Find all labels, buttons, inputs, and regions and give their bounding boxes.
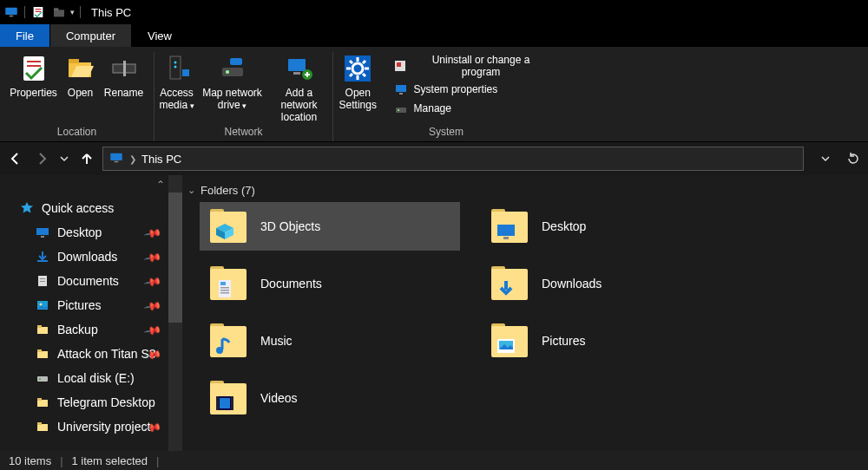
svg-rect-38: [36, 228, 49, 235]
svg-point-11: [174, 62, 176, 64]
svg-line-29: [363, 61, 365, 63]
folder-item[interactable]: Videos: [200, 374, 460, 422]
sidebar-item-label: University project: [57, 420, 150, 434]
add-network-location-button[interactable]: Add a network location: [266, 52, 333, 125]
navigation-bar: ❯ This PC: [0, 142, 868, 175]
open-button[interactable]: Open: [62, 52, 100, 101]
system-properties-button[interactable]: System properties: [386, 80, 556, 99]
quick-access-star-icon: [19, 200, 35, 216]
folder-item[interactable]: Documents: [200, 259, 460, 308]
refresh-button[interactable]: [845, 151, 861, 166]
sidebar-item[interactable]: Backup📌: [0, 317, 182, 342]
qat-dropdown-icon[interactable]: ▾: [70, 8, 75, 16]
recent-locations-button[interactable]: [59, 150, 69, 167]
pin-icon: 📌: [143, 296, 162, 314]
rename-button[interactable]: Rename: [100, 52, 148, 101]
pin-icon: 📌: [143, 271, 162, 290]
svg-point-12: [174, 66, 176, 69]
sidebar-item[interactable]: University project📌: [0, 415, 182, 439]
address-controls: [818, 151, 861, 166]
sidebar-item[interactable]: Telegram Desktop: [0, 390, 182, 415]
folders-group-label: Folders (7): [201, 184, 255, 197]
settings-gear-icon: [343, 54, 372, 83]
svg-rect-0: [5, 8, 17, 15]
folder-item[interactable]: Music: [200, 317, 460, 365]
breadcrumb-location[interactable]: This PC: [141, 153, 181, 166]
folder-item[interactable]: Pictures: [481, 317, 741, 365]
folders-group-header[interactable]: ⌄ Folders (7): [182, 180, 868, 202]
manage-label: Manage: [414, 102, 451, 114]
svg-rect-52: [37, 400, 48, 407]
uninstall-program-button[interactable]: Uninstall or change a program: [386, 52, 556, 80]
addressbar-thispc-icon: [108, 150, 124, 168]
tab-view[interactable]: View: [132, 24, 188, 47]
tab-file[interactable]: File: [0, 24, 50, 47]
sidebar-item[interactable]: Documents📌: [0, 269, 182, 293]
svg-rect-46: [37, 327, 48, 334]
folder-icon: [490, 265, 529, 302]
qat-newfolder-icon[interactable]: [51, 4, 67, 20]
properties-button[interactable]: Properties: [6, 52, 62, 101]
folder-icon: [490, 323, 529, 359]
folder-item[interactable]: 3D Objects: [200, 202, 460, 251]
svg-line-27: [363, 74, 365, 76]
svg-rect-50: [37, 376, 48, 382]
qat-properties-icon[interactable]: [30, 4, 46, 20]
document-overlay-icon: [214, 279, 236, 298]
folder-icon: [490, 208, 529, 245]
address-bar[interactable]: ❯ This PC: [102, 147, 804, 171]
svg-rect-68: [231, 396, 233, 410]
title-bar: ▾ This PC: [0, 0, 868, 24]
sidebar-item[interactable]: Attack on Titan S3📌: [0, 342, 182, 366]
drive-icon: [35, 370, 50, 386]
svg-rect-56: [497, 225, 515, 236]
ribbon-group-system: Open Settings Uninstall or change a prog…: [333, 52, 559, 141]
sidebar-item-label: Attack on Titan S3: [57, 347, 156, 361]
music-overlay-icon: [214, 336, 236, 356]
back-button[interactable]: [7, 150, 24, 167]
open-settings-button[interactable]: Open Settings: [333, 52, 383, 113]
sidebar-scroll-up-icon[interactable]: ⌃: [156, 179, 165, 191]
access-media-button[interactable]: Access media: [155, 52, 200, 113]
svg-rect-62: [220, 292, 229, 294]
access-media-label: Access media: [156, 87, 198, 111]
map-drive-label: Map network drive: [201, 87, 264, 111]
svg-rect-53: [37, 398, 42, 401]
folder-icon: [208, 265, 248, 302]
ribbon-group-system-label: System: [429, 126, 464, 141]
manage-button[interactable]: Manage: [386, 99, 556, 118]
up-button[interactable]: [78, 150, 95, 167]
titlebar-separator-2: [80, 6, 81, 18]
open-settings-label: Open Settings: [335, 87, 381, 111]
ribbon-group-location-label: Location: [57, 126, 96, 141]
svg-rect-40: [37, 260, 48, 262]
rename-icon: [109, 54, 139, 83]
svg-rect-7: [69, 59, 79, 63]
forward-button[interactable]: [33, 150, 50, 167]
sidebar-item[interactable]: Desktop📌: [0, 220, 182, 245]
folder-item[interactable]: Desktop: [481, 202, 741, 251]
manage-icon: [393, 101, 409, 116]
pictures-overlay-icon: [495, 336, 517, 356]
sidebar-item-label: Downloads: [57, 250, 117, 264]
document-icon: [35, 273, 50, 289]
sidebar-item[interactable]: Pictures📌: [0, 293, 182, 317]
folder-item[interactable]: Downloads: [481, 259, 741, 308]
tab-computer[interactable]: Computer: [50, 24, 132, 47]
desktop-icon: [35, 225, 50, 240]
folder-label: Desktop: [542, 219, 586, 233]
svg-rect-16: [230, 58, 242, 65]
sidebar-item[interactable]: Local disk (E:): [0, 366, 182, 390]
sidebar-quick-access[interactable]: Quick access: [0, 196, 182, 220]
sidebar-item[interactable]: Downloads📌: [0, 245, 182, 269]
svg-rect-17: [288, 59, 306, 71]
map-network-drive-button[interactable]: Map network drive: [200, 52, 266, 113]
svg-rect-49: [37, 349, 42, 352]
svg-point-15: [226, 70, 229, 74]
address-dropdown-button[interactable]: [818, 151, 833, 166]
folder-label: Documents: [260, 277, 322, 290]
rename-label: Rename: [104, 87, 143, 99]
svg-point-51: [39, 378, 41, 380]
breadcrumb-chevron-icon[interactable]: ❯: [129, 154, 136, 164]
svg-rect-59: [220, 282, 226, 285]
